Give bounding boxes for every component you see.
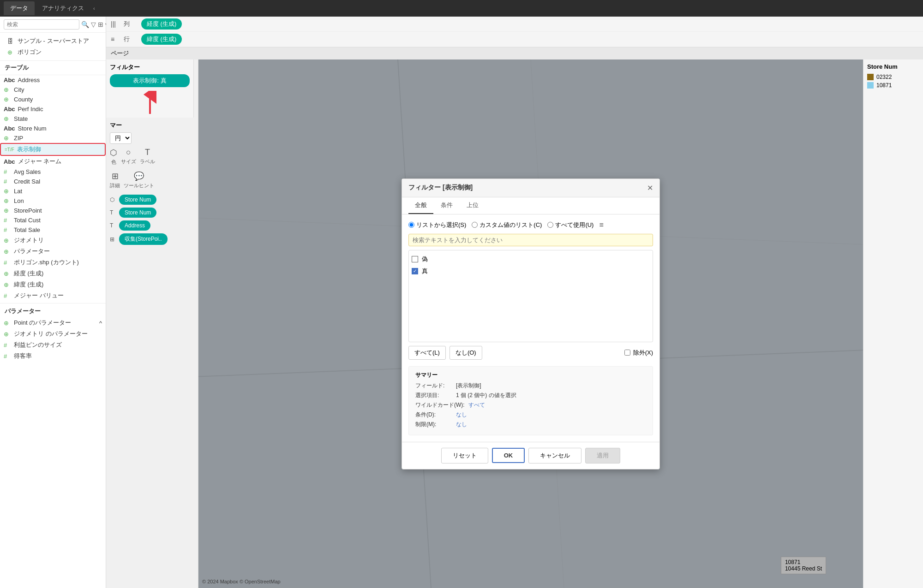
sidebar-item-hyoji-seigyo[interactable]: =T/F 表示制御 xyxy=(0,143,106,156)
marks-panel: マー 円 ⬡ 色 ○ xyxy=(106,118,198,588)
section-title-params: パラメーター xyxy=(0,305,106,317)
sidebar-item-label: Address xyxy=(18,77,40,83)
sidebar-item-point-param[interactable]: ⊕ Point のパラメーター ^ xyxy=(0,317,106,328)
search-icon[interactable]: 🔍 xyxy=(81,21,89,28)
tab-data[interactable]: データ xyxy=(4,1,35,15)
geo-icon: ⊕ xyxy=(4,270,11,277)
summary-field: フィールド: [表示制御] xyxy=(415,382,646,390)
sidebar-item-address[interactable]: Abc Address xyxy=(0,75,106,85)
ok-button[interactable]: OK xyxy=(492,448,525,463)
marks-btn-label[interactable]: T ラベル xyxy=(140,148,155,166)
sidebar-item-credit-sal[interactable]: # Credit Sal xyxy=(0,177,106,186)
sidebar-item-longitude[interactable]: ⊕ 経度 (生成) xyxy=(0,268,106,279)
exclude-label: 除外(X) xyxy=(633,349,653,357)
sidebar-item-perf-indic[interactable]: Abc Perf Indic xyxy=(0,104,106,114)
marks-pill-address[interactable]: T Address xyxy=(110,220,194,231)
sidebar-item-polygon-shp[interactable]: # ポリゴン.shp (カウント) xyxy=(0,257,106,268)
sidebar-item-acquisition-rate[interactable]: # 得客率 xyxy=(0,350,106,362)
row-shelf-label: 行 xyxy=(124,35,138,43)
marks-btn-detail[interactable]: ⊞ 詳細 xyxy=(110,171,120,189)
sidebar-item-label: Total Sale xyxy=(14,226,40,233)
marks-type-row: 円 xyxy=(110,132,194,144)
sidebar-item-label: メジャー バリュー xyxy=(14,291,64,300)
marks-pill-store-num-color[interactable]: ⬡ Store Num xyxy=(110,195,194,205)
sidebar-item-total-sale[interactable]: # Total Sale xyxy=(0,225,106,235)
sidebar-item-county[interactable]: ⊕ County xyxy=(0,95,106,104)
sidebar-item-label: 経度 (生成) xyxy=(14,269,43,278)
sidebar-item-label: サンプル - スーパーストア xyxy=(18,37,89,45)
sidebar-item-lon[interactable]: ⊕ Lon xyxy=(0,196,106,206)
geo-icon: ⊕ xyxy=(4,135,11,142)
reset-button[interactable]: リセット xyxy=(441,448,488,463)
apply-button[interactable]: 適用 xyxy=(585,448,620,463)
marks-btn-color[interactable]: ⬡ 色 xyxy=(110,148,117,166)
modal-tab-top[interactable]: 上位 xyxy=(460,197,485,214)
cancel-button[interactable]: キャンセル xyxy=(528,448,581,463)
tab-analytics[interactable]: アナリティクス xyxy=(36,1,90,15)
radio-list-select[interactable]: リストから選択(S) xyxy=(408,221,466,229)
polygon-icon: ⊕ xyxy=(7,49,15,56)
select-all-button[interactable]: すべて(L) xyxy=(408,346,446,360)
sidebar-item-polygon[interactable]: ⊕ ポリゴン xyxy=(4,47,102,58)
grid-icon[interactable]: ⊞ xyxy=(98,21,103,28)
modal-actions: すべて(L) なし(O) 除外(X) xyxy=(408,342,653,363)
sidebar-item-latitude[interactable]: ⊕ 緯度 (生成) xyxy=(0,279,106,290)
sidebar-item-parameters[interactable]: ⊕ パラメーター xyxy=(0,246,106,257)
marks-type-select[interactable]: 円 xyxy=(110,132,132,144)
sidebar-item-pin-size[interactable]: # 利益ピンのサイズ xyxy=(0,339,106,350)
row-shelf-pill[interactable]: 緯度 (生成) xyxy=(141,34,182,45)
sidebar-item-store-num[interactable]: Abc Store Num xyxy=(0,124,106,133)
modal-list-item-true[interactable]: ✓ 真 xyxy=(412,265,650,277)
expand-icon[interactable]: ^ xyxy=(99,320,102,327)
sidebar-item-zip[interactable]: ⊕ ZIP xyxy=(0,133,106,143)
marks-buttons: ⬡ 色 ○ サイズ T ラベル xyxy=(110,148,194,166)
marks-btn-tooltip[interactable]: 💬 ツールヒント xyxy=(124,171,154,189)
modal-close-button[interactable]: ✕ xyxy=(647,184,653,192)
marks-btn-size[interactable]: ○ サイズ xyxy=(121,148,136,166)
sidebar-item-label: 利益ピンのサイズ xyxy=(14,341,62,349)
sidebar-item-geometry-param[interactable]: ⊕ ジオメトリ のパラメーター xyxy=(0,328,106,339)
col-shelf-pill[interactable]: 経度 (生成) xyxy=(141,18,182,30)
filter-modal: フィルター [表示制御] ✕ 全般 条件 上位 xyxy=(402,178,660,469)
none-button[interactable]: なし(O) xyxy=(450,346,482,360)
summary-title: サマリー xyxy=(415,371,646,379)
filter-icon[interactable]: ▽ xyxy=(91,21,96,28)
modal-search-input[interactable] xyxy=(408,234,653,246)
radio-custom-input[interactable] xyxy=(472,222,478,228)
marks-pill-storepoint[interactable]: ⊞ 収集(StorePoi.. xyxy=(110,233,194,245)
radio-list-input[interactable] xyxy=(408,222,414,228)
sidebar-item-measure-name[interactable]: Abc メジャー ネーム xyxy=(0,156,106,167)
tab-collapse-icon[interactable]: ‹ xyxy=(93,6,95,11)
radio-custom-list[interactable]: カスタム値のリスト(C) xyxy=(472,221,542,229)
sidebar-item-city[interactable]: ⊕ City xyxy=(0,85,106,95)
sidebar-item-sample[interactable]: 🗄 サンプル - スーパーストア xyxy=(4,36,102,47)
modal-tab-general[interactable]: 全般 xyxy=(408,197,433,214)
sidebar-item-measure-value[interactable]: # メジャー バリュー xyxy=(0,290,106,301)
marks-pill-store-num-text[interactable]: T Store Num xyxy=(110,208,194,218)
database-icon: 🗄 xyxy=(7,38,15,45)
exclude-checkbox[interactable] xyxy=(624,350,630,356)
text-icon: T xyxy=(110,222,117,229)
sidebar-item-total-cust[interactable]: # Total Cust xyxy=(0,215,106,225)
summary-selection: 選択項目: 1 個 (2 個中) の値を選択 xyxy=(415,392,646,399)
marks-pill-label: 収集(StorePoi.. xyxy=(119,233,168,245)
sidebar-item-avg-sales[interactable]: # Avg Sales xyxy=(0,167,106,177)
checkbox-false[interactable] xyxy=(412,256,418,262)
checkbox-true[interactable]: ✓ xyxy=(412,268,418,274)
top-tabs: データ アナリティクス ‹ xyxy=(0,0,923,17)
modal-list-item-false[interactable]: 偽 xyxy=(412,253,650,265)
summary-condition: 条件(D): なし xyxy=(415,411,646,419)
modal-radio-row: リストから選択(S) カスタム値のリスト(C) すべて使用(U) xyxy=(408,221,653,229)
filter-pill[interactable]: 表示制御: 真 xyxy=(110,74,190,87)
search-input[interactable] xyxy=(4,19,79,30)
sidebar-item-storepoint[interactable]: ⊕ StorePoint xyxy=(0,206,106,215)
marks-btn-label: ツールヒント xyxy=(124,182,154,189)
radio-all-input[interactable] xyxy=(547,222,553,228)
hash-icon: # xyxy=(4,292,11,299)
sidebar-item-geometry[interactable]: ⊕ ジオメトリ xyxy=(0,235,106,246)
list-view-icon[interactable]: ≡ xyxy=(599,221,603,229)
sidebar-item-state[interactable]: ⊕ State xyxy=(0,114,106,124)
radio-use-all[interactable]: すべて使用(U) xyxy=(547,221,593,229)
sidebar-item-lat[interactable]: ⊕ Lat xyxy=(0,186,106,196)
modal-tab-condition[interactable]: 条件 xyxy=(434,197,459,214)
